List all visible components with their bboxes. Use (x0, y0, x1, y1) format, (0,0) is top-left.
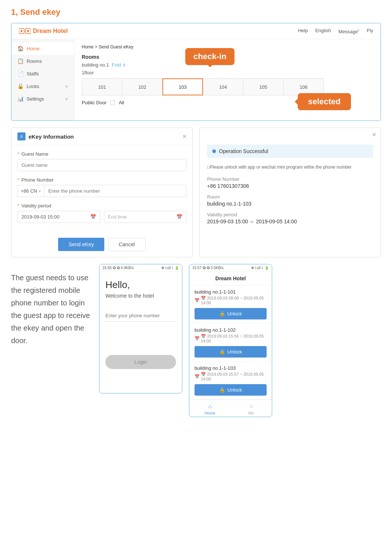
locks-icon: 🔒 (17, 83, 24, 89)
phone-input-row: +86 CN ∨ (17, 185, 186, 197)
success-panel-header: × (200, 128, 381, 142)
app-nav-me[interactable]: ○ Me (231, 403, 272, 415)
app-room-card-0: building no.1-1-101 📅 📅 2019.09.03 09:08… (189, 285, 272, 324)
info-validity-label: Validity period (207, 212, 373, 217)
send-ekey-button[interactable]: Send eKey (58, 238, 104, 251)
lock-icon-0: 🔓 (219, 311, 225, 316)
nav-help[interactable]: Help (298, 28, 308, 34)
public-door-label: Public Door (82, 100, 107, 105)
phone-status-bar: 15:55 ✪ ✪ 4.9KB/s ✻ ⌇ull ⌇ 🔋 (99, 264, 182, 272)
floor-label: 1floor (82, 70, 373, 75)
app-status-right: ✻ ⌇ull ⌇ 🔋 (251, 266, 269, 270)
fold-link[interactable]: Fold ∧ (112, 62, 126, 68)
login-button[interactable]: Login (105, 355, 176, 369)
hotel-name: Dream Hotel (33, 28, 68, 34)
unlock-button-0[interactable]: 🔓 Unlock (195, 308, 267, 319)
phone-prefix[interactable]: +86 CN ∨ (17, 185, 44, 197)
lock-icon-1: 🔓 (219, 349, 225, 355)
locks-arrow: ∨ (65, 84, 68, 89)
room-103[interactable]: 103 (162, 78, 203, 95)
calendar-icon-0: 📅 (195, 298, 200, 303)
svg-rect-3 (21, 30, 22, 32)
phone-number-field[interactable] (105, 310, 176, 322)
hotel-sidebar: 🏠 Home 📋 Rooms 📄 Staffs 🔒 Locks ∨ 📊 Sett… (11, 39, 74, 121)
app-bottom-nav: ⌂ Home ○ Me (189, 400, 272, 417)
staffs-icon: 📄 (17, 71, 24, 77)
start-date-input[interactable]: 2019-09-03 15:00 📅 (17, 211, 100, 223)
app-nav-home[interactable]: ⌂ Home (189, 403, 231, 415)
phone-body: Hello, Welcome to the hotel Login (99, 272, 182, 376)
room-102[interactable]: 102 (122, 78, 163, 95)
room-105[interactable]: 105 (243, 78, 284, 95)
svg-rect-4 (27, 30, 29, 32)
info-room-field: Room building no.1-1-103 (207, 194, 373, 207)
success-dot (212, 149, 216, 153)
success-panel-close[interactable]: × (372, 131, 376, 139)
nav-fly[interactable]: Fly (367, 28, 373, 34)
calendar-icon-1: 📅 (195, 336, 200, 341)
sidebar-item-rooms[interactable]: 📋 Rooms (11, 55, 74, 67)
validity-label: * Validity period (17, 203, 186, 209)
start-date-calendar-icon: 📅 (90, 214, 96, 220)
app-status-bar: 15:57 ✪ ✪ 3.5KB/s ✻ ⌇ull ⌇ 🔋 (189, 264, 272, 272)
sidebar-item-staffs[interactable]: 📄 Staffs (11, 67, 74, 80)
lock-icon-2: 🔓 (219, 387, 225, 393)
sidebar-item-home[interactable]: 🏠 Home (11, 42, 74, 55)
callout-selected: selected (298, 93, 351, 110)
info-phone-field: Phone Number +86 17601307306 (207, 176, 373, 189)
info-validity-value: 2019-09-03 15:00 ～ 2019-09-05 14:00 (207, 219, 373, 225)
guest-name-input[interactable] (17, 159, 186, 171)
ekey-panel-body: * Guest Name * Phone Number +86 CN ∨ (11, 145, 192, 235)
app-status-left: 15:57 ✪ ✪ 3.5KB/s (192, 266, 223, 270)
unlock-button-2[interactable]: 🔓 Unlock (195, 384, 267, 396)
calendar-icon-2: 📅 (195, 374, 200, 379)
end-date-input[interactable]: End time 📅 (104, 211, 187, 223)
page-title: 1, Send ekey (11, 7, 381, 17)
app-hotel-title: Dream Hotel (189, 272, 272, 285)
phone-number-input[interactable] (44, 185, 186, 197)
success-panel-body: Operation Successful □Please unlock with… (200, 142, 381, 238)
info-room-value: building no.1-1-103 (207, 201, 373, 207)
message-badge: • (358, 28, 359, 32)
info-room-label: Room (207, 194, 373, 200)
validity-group: * Validity period 2019-09-03 15:00 📅 End… (17, 203, 186, 223)
hotel-nav-right: Help English Message• Fly (298, 28, 373, 34)
cancel-button[interactable]: Cancel (108, 238, 146, 251)
sidebar-item-settings[interactable]: 📊 Settings ∨ (11, 92, 74, 105)
app-room-card-1: building no.1-1-102 📅 📅 2019.09.03 15:56… (189, 324, 272, 362)
settings-icon: 📊 (17, 96, 24, 102)
home-nav-icon: ⌂ (208, 403, 212, 410)
home-icon: 🏠 (17, 45, 24, 51)
room-104[interactable]: 104 (203, 78, 243, 95)
bottom-row: The guest needs to use the registered mo… (11, 264, 381, 417)
end-date-calendar-icon: 📅 (176, 214, 182, 220)
app-room-date-2: 📅 📅 2019.09.03 15:57 ~ 2019.09.05 14:00 (195, 372, 267, 381)
sidebar-item-locks[interactable]: 🔒 Locks ∨ (11, 80, 74, 92)
hotel-logo: Dream Hotel (19, 27, 68, 35)
hotel-main-content: Home > Send Guest eKey Rooms building no… (74, 39, 381, 121)
nav-english[interactable]: English (315, 28, 331, 34)
settings-arrow: ∨ (65, 97, 68, 101)
ekey-panel-close[interactable]: × (182, 133, 186, 141)
guest-name-group: * Guest Name (17, 151, 186, 171)
success-banner: Operation Successful (207, 145, 373, 158)
room-101[interactable]: 101 (82, 78, 122, 95)
success-note: □Please unlock with app or wechat mini p… (207, 164, 373, 170)
unlock-button-1[interactable]: 🔓 Unlock (195, 346, 267, 358)
phone-welcome: Welcome to the hotel (105, 293, 176, 299)
phone-number-group: * Phone Number +86 CN ∨ (17, 177, 186, 197)
app-room-name-2: building no.1-1-103 (195, 365, 267, 371)
hotel-app-body: 🏠 Home 📋 Rooms 📄 Staffs 🔒 Locks ∨ 📊 Sett… (11, 39, 381, 121)
callout-checkin: check-in (185, 48, 234, 65)
ekey-panel-title: ≡ eKey Information (17, 132, 74, 141)
me-nav-icon: ○ (249, 403, 253, 410)
app-room-name-1: building no.1-1-102 (195, 327, 267, 333)
status-left: 15:55 ✪ ✪ 4.9KB/s (102, 266, 134, 270)
all-checkbox[interactable] (110, 100, 115, 105)
login-phone-mockup: 15:55 ✪ ✪ 4.9KB/s ✻ ⌇ull ⌇ 🔋 Hello, Welc… (99, 264, 182, 393)
ekey-icon: ≡ (17, 132, 26, 141)
hotel-app-mobile-mockup: 15:57 ✪ ✪ 3.5KB/s ✻ ⌇ull ⌇ 🔋 Dream Hotel… (189, 264, 272, 417)
info-phone-value: +86 17601307306 (207, 183, 373, 189)
nav-message[interactable]: Message• (338, 28, 359, 34)
ekey-panel-footer: Send eKey Cancel (11, 235, 192, 257)
